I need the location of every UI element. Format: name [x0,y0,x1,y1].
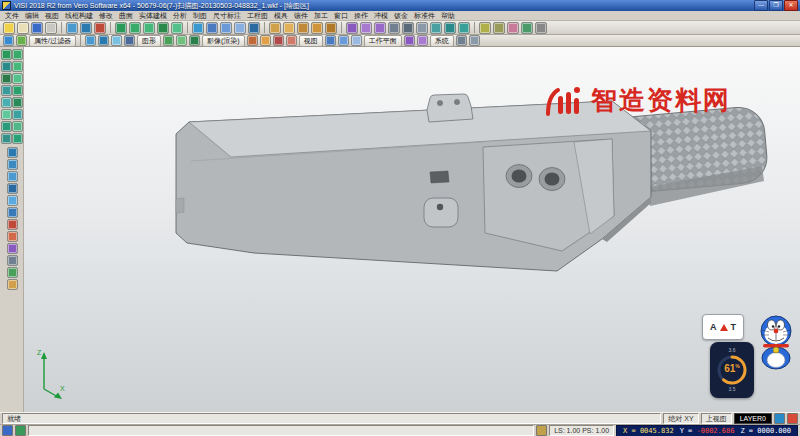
trim-icon[interactable] [12,109,23,120]
fillet-2d-icon[interactable] [12,121,23,132]
fillet-icon[interactable] [248,22,260,34]
menu-analysis[interactable]: 分析 [170,11,190,21]
command-icon-blue[interactable] [2,425,13,436]
mirror-icon[interactable] [297,22,309,34]
undo-icon[interactable] [66,22,78,34]
erase-icon[interactable] [7,219,18,230]
line-icon[interactable] [129,22,141,34]
s2-icon[interactable] [417,35,428,46]
r3-icon[interactable] [189,35,200,46]
scale-icon[interactable] [311,22,323,34]
group-workplane[interactable]: 工作平面 [364,35,402,47]
layers-panel-icon[interactable] [7,255,18,266]
command-input[interactable] [28,425,534,436]
v4-icon[interactable] [286,35,297,46]
explode-icon[interactable] [7,231,18,242]
measure-icon[interactable] [346,22,358,34]
arc-icon[interactable] [143,22,155,34]
menu-help[interactable]: 帮助 [438,11,458,21]
measure-2d-icon[interactable] [7,243,18,254]
v1-icon[interactable] [247,35,258,46]
curve-icon[interactable] [171,22,183,34]
close-button[interactable]: ✕ [784,0,798,11]
view-orientation-widget[interactable]: A T [702,314,744,340]
point-icon[interactable] [115,22,127,34]
v2-icon[interactable] [260,35,271,46]
menu-dimension[interactable]: 尺寸标注 [210,11,244,21]
circle-2d-icon[interactable] [12,73,23,84]
spline-icon[interactable] [12,85,23,96]
w3-icon[interactable] [351,35,362,46]
move-2d-icon[interactable] [7,147,18,158]
r1-icon[interactable] [163,35,174,46]
save-icon[interactable] [31,22,43,34]
select-filter-icon[interactable] [507,22,519,34]
scale-2d-icon[interactable] [7,171,18,182]
open-icon[interactable] [17,22,29,34]
stretch-icon[interactable] [7,207,18,218]
menu-drafting[interactable]: 制图 [190,11,210,21]
g4-icon[interactable] [124,35,135,46]
group-rendering[interactable]: 影像(渲染) [202,35,245,47]
redo-icon[interactable] [80,22,92,34]
menu-window[interactable]: 窗口 [331,11,351,21]
g3-icon[interactable] [111,35,122,46]
menu-file[interactable]: 文件 [2,11,22,21]
section-icon[interactable] [374,22,386,34]
menu-progress[interactable]: 冲模 [371,11,391,21]
refresh-icon[interactable] [521,22,533,34]
revolve-icon[interactable] [234,22,246,34]
graphics-viewport[interactable]: 智造资料网 Z X A T [24,47,800,412]
menu-drawing[interactable]: 工程图 [244,11,271,21]
menu-standard-parts[interactable]: 标准件 [411,11,438,21]
ellipse-icon[interactable] [1,85,12,96]
circle-icon[interactable] [157,22,169,34]
delete-icon[interactable] [94,22,106,34]
zoom-fit-icon[interactable] [430,22,442,34]
command-icon-green[interactable] [15,425,26,436]
coordinate-mode[interactable]: 绝对 XY [663,413,698,424]
solid-icon[interactable] [206,22,218,34]
menu-insert[interactable]: 镶件 [291,11,311,21]
status-red-toggle[interactable] [787,413,798,424]
rotate-2d-icon[interactable] [7,159,18,170]
offset-icon[interactable] [1,109,12,120]
zoom-window-icon[interactable] [444,22,456,34]
surface-icon[interactable] [192,22,204,34]
move-icon[interactable] [269,22,281,34]
dimension-icon[interactable] [360,22,372,34]
maximize-button[interactable]: ❐ [769,0,783,11]
menu-sheetmetal[interactable]: 钣金 [391,11,411,21]
new-icon[interactable] [3,22,15,34]
array-2d-icon[interactable] [7,195,18,206]
polygon-icon[interactable] [12,97,23,108]
w2-icon[interactable] [338,35,349,46]
pan-icon[interactable] [458,22,470,34]
extend-icon[interactable] [1,121,12,132]
attr-icon[interactable] [3,35,14,46]
menu-mould[interactable]: 模具 [271,11,291,21]
extrude-icon[interactable] [220,22,232,34]
s3-icon[interactable] [456,35,467,46]
status-blue-toggle[interactable] [774,413,785,424]
g2-icon[interactable] [98,35,109,46]
filter-icon[interactable] [16,35,27,46]
rectangle-icon[interactable] [1,97,12,108]
current-view[interactable]: 上视图 [701,413,732,424]
layers-icon[interactable] [388,22,400,34]
r2-icon[interactable] [176,35,187,46]
minimize-button[interactable]: — [754,0,768,11]
grid-toggle-icon[interactable] [7,279,18,290]
menu-machining[interactable]: 加工 [311,11,331,21]
group-views[interactable]: 视图 [299,35,323,47]
wireframe-icon[interactable] [416,22,428,34]
group-system[interactable]: 系统 [430,35,454,47]
w1-icon[interactable] [325,35,336,46]
point-2d-icon[interactable] [12,49,23,60]
copy-2d-icon[interactable] [7,183,18,194]
mirror-2d-icon[interactable] [12,133,23,144]
rotate-icon[interactable] [283,22,295,34]
line-2d-icon[interactable] [1,61,12,72]
snap-icon[interactable] [479,22,491,34]
g1-icon[interactable] [85,35,96,46]
